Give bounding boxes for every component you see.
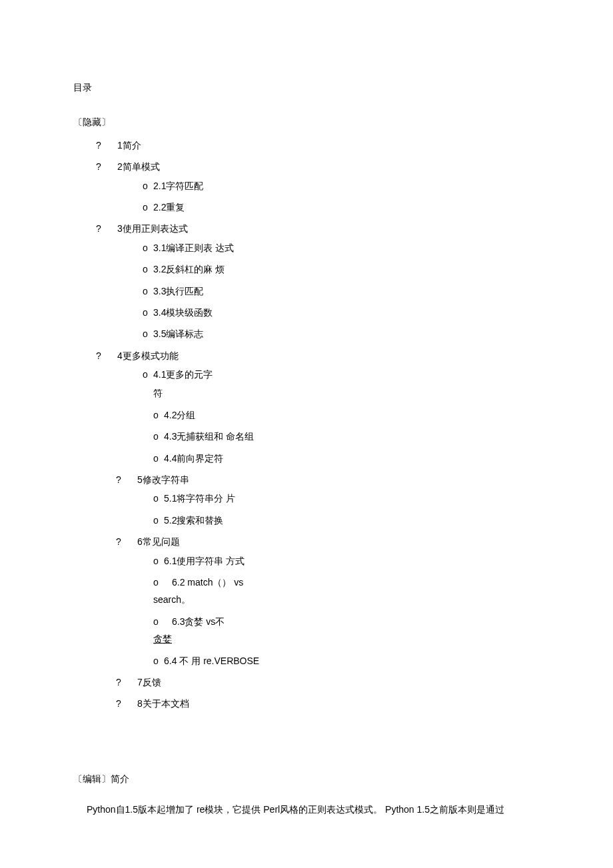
toc-subitem[interactable]: o 3.1编译正则表 达式: [143, 240, 540, 255]
toc-link[interactable]: 4.4前向界定符: [164, 451, 223, 466]
toc-link[interactable]: 3.2反斜杠的麻 烦: [153, 262, 225, 276]
toc-subitem[interactable]: o 5.2搜索和替换: [153, 513, 540, 528]
toc-link-wrap: search。: [153, 592, 540, 607]
toc-subitem[interactable]: o 3.2反斜杠的麻 烦: [143, 262, 540, 276]
toc-link[interactable]: 3.5编译标志: [153, 326, 203, 341]
toc-link[interactable]: 6.3贪婪 vs不: [172, 614, 225, 629]
toc-subitem[interactable]: o 6.4 不 用 re.VERBOSE: [153, 653, 540, 668]
toc-item[interactable]: ? 6常见问题 o 6.1使用字符串 方式 o 6.2 match（） vs s…: [116, 534, 540, 668]
bullet-icon: o: [153, 451, 163, 466]
toc-subitem[interactable]: o 4.2分组: [153, 408, 540, 422]
bullet-icon: o: [143, 240, 152, 255]
toc-item[interactable]: ? 1简介: [96, 138, 540, 153]
bullet-icon: o: [143, 284, 152, 298]
toc-subitem[interactable]: o 6.1使用字符串 方式: [153, 554, 540, 568]
toc-subitem[interactable]: o 3.3执行匹配: [143, 284, 540, 298]
bullet-icon: ?: [116, 696, 128, 711]
toc-link[interactable]: 4.3无捕获组和 命名组: [164, 429, 254, 444]
bullet-icon: o: [143, 262, 152, 276]
toc-subitem[interactable]: o 2.1字符匹配: [143, 179, 540, 193]
toc-link[interactable]: 5.1将字符串分 片: [164, 491, 235, 506]
bullet-icon: ?: [116, 675, 128, 689]
toc-title: 目录: [73, 80, 540, 95]
bullet-icon: o: [153, 429, 163, 444]
toc-link-wrap: 符: [153, 386, 540, 400]
toc-sublist: o 5.1将字符串分 片 o 5.2搜索和替换: [153, 491, 540, 528]
toc-subitem[interactable]: o 6.3贪婪 vs不 贪婪: [153, 614, 540, 647]
body-paragraph: Python自1.5版本起增加了 re模块，它提供 Perl风格的正则表达式模式…: [87, 802, 540, 817]
toc-link[interactable]: 7反馈: [137, 675, 161, 689]
toc-link[interactable]: 3.1编译正则表 达式: [153, 240, 234, 255]
bullet-icon: o: [153, 575, 163, 590]
bullet-icon: o: [153, 614, 163, 629]
toc-link[interactable]: 3.3执行匹配: [153, 284, 203, 298]
toc-link[interactable]: 2简单模式: [117, 159, 160, 174]
toc-subitem[interactable]: o 4.4前向界定符: [153, 451, 540, 466]
bullet-icon: o: [143, 367, 152, 382]
bullet-icon: ?: [96, 221, 108, 236]
toc-item[interactable]: ? 4更多模式功能 o 4.1更多的元字 符 o 4.2分组: [96, 348, 540, 466]
bullet-icon: o: [143, 200, 152, 215]
bullet-icon: ?: [116, 472, 128, 487]
toc-link[interactable]: 2.1字符匹配: [153, 179, 203, 193]
toc-link[interactable]: 6常见问题: [137, 534, 180, 549]
toc-subitem[interactable]: o 4.1更多的元字 符 o 4.2分组 o 4.3无捕获组和 命名组: [143, 367, 540, 466]
toc-sublist: o 4.2分组 o 4.3无捕获组和 命名组 o 4.4前向界定符: [153, 408, 540, 466]
toc-item[interactable]: ? 3使用正则表达式 o 3.1编译正则表 达式 o 3.2反斜杠的麻 烦 o …: [96, 221, 540, 341]
edit-link[interactable]: 〔编辑〕简介: [73, 773, 129, 784]
toc-link[interactable]: 2.2重复: [153, 200, 185, 215]
toc-subitem[interactable]: o 3.5编译标志: [143, 326, 540, 341]
bullet-icon: ?: [96, 159, 108, 174]
toc-link[interactable]: 6.2 match（） vs: [172, 575, 243, 590]
toc-item[interactable]: ? 5修改字符串 o 5.1将字符串分 片 o 5.2搜索和替换: [116, 472, 540, 528]
toc-link[interactable]: 4.1更多的元字: [153, 367, 213, 382]
bullet-icon: o: [143, 326, 152, 341]
toc-item[interactable]: ? 7反馈: [116, 675, 540, 689]
bullet-icon: o: [143, 305, 152, 320]
toc-link[interactable]: 4.2分组: [164, 408, 195, 422]
toc-link[interactable]: 5.2搜索和替换: [164, 513, 223, 528]
toc-hide-toggle[interactable]: 〔隐藏〕: [73, 115, 540, 129]
toc-link[interactable]: 1简介: [117, 138, 141, 153]
bullet-icon: o: [143, 179, 152, 193]
toc-item[interactable]: ? 2简单模式 o 2.1字符匹配 o 2.2重复: [96, 159, 540, 215]
toc-subitem[interactable]: o 2.2重复: [143, 200, 540, 215]
toc-list: ? 1简介 ? 2简单模式 o 2.1字符匹配 o 2.2重复: [96, 138, 540, 711]
bullet-icon: o: [153, 513, 163, 528]
toc-sublist: o 2.1字符匹配 o 2.2重复: [143, 179, 540, 215]
toc-subitem[interactable]: o 6.2 match（） vs search。: [153, 575, 540, 608]
toc-link[interactable]: 3.4模块级函数: [153, 305, 213, 320]
bullet-icon: o: [153, 554, 163, 568]
bullet-icon: ?: [96, 348, 108, 363]
document-page: 目录 〔隐藏〕 ? 1简介 ? 2简单模式 o 2.1字符匹配: [0, 0, 613, 857]
toc-link[interactable]: 4更多模式功能: [117, 348, 179, 363]
bullet-icon: ?: [96, 138, 108, 153]
toc-sublist: o 3.1编译正则表 达式 o 3.2反斜杠的麻 烦 o 3.3执行匹配 o 3…: [143, 240, 540, 342]
bullet-icon: o: [153, 491, 163, 506]
toc-subitem[interactable]: o 5.1将字符串分 片: [153, 491, 540, 506]
bullet-icon: ?: [116, 534, 128, 549]
toc-link[interactable]: 8关于本文档: [137, 696, 189, 711]
toc-link[interactable]: 6.4 不 用 re.VERBOSE: [164, 653, 259, 668]
bullet-icon: o: [153, 653, 163, 668]
toc-link-wrap[interactable]: 贪婪: [153, 634, 172, 644]
toc-sublist: o 6.1使用字符串 方式 o 6.2 match（） vs search。 o…: [153, 554, 540, 668]
section-heading: 〔编辑〕简介: [73, 771, 540, 786]
toc-subitem[interactable]: o 3.4模块级函数: [143, 305, 540, 320]
toc-sublist: o 4.1更多的元字 符 o 4.2分组 o 4.3无捕获组和 命名组: [143, 367, 540, 466]
toc-link[interactable]: 5修改字符串: [137, 472, 189, 487]
toc-link[interactable]: 3使用正则表达式: [117, 221, 188, 236]
bullet-icon: o: [153, 408, 163, 422]
toc-subitem[interactable]: o 4.3无捕获组和 命名组: [153, 429, 540, 444]
toc-link[interactable]: 6.1使用字符串 方式: [164, 554, 245, 568]
toc-item[interactable]: ? 8关于本文档: [116, 696, 540, 711]
